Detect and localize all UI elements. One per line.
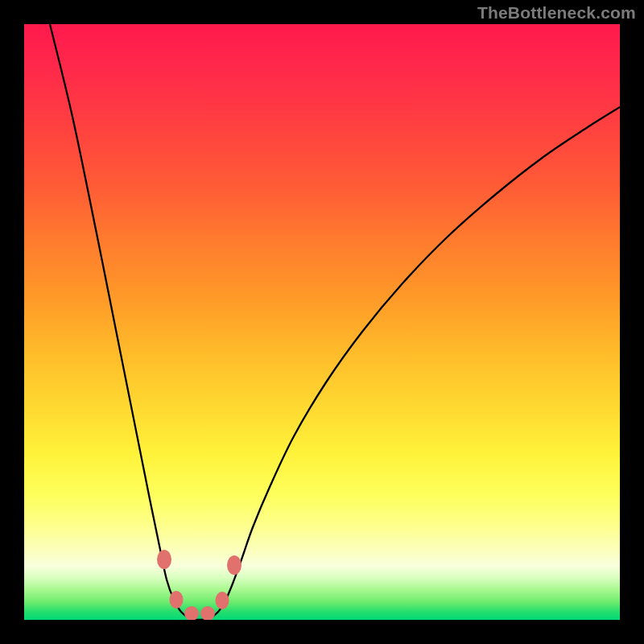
watermark-text: TheBottleneck.com [477, 3, 636, 23]
curve-marker [200, 606, 215, 620]
bottleneck-curve [24, 24, 620, 620]
curve-marker [216, 592, 229, 609]
curve-marker [184, 606, 199, 620]
curve-marker [157, 550, 171, 569]
curve-marker [170, 591, 184, 609]
plot-area [24, 24, 620, 620]
chart-stage: TheBottleneck.com [0, 0, 644, 644]
curve-marker [227, 555, 242, 575]
